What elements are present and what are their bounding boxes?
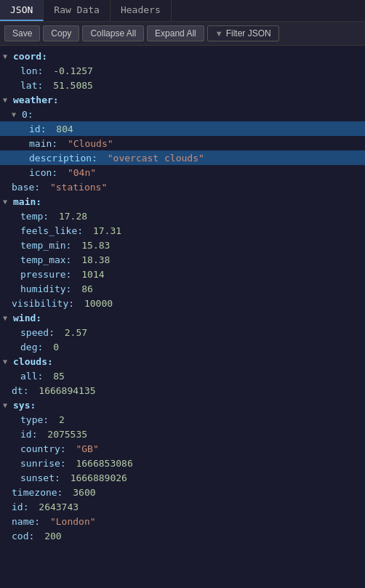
sys-type-value: 2: [59, 414, 65, 425]
feels-like-key: feels_like:: [20, 225, 83, 236]
weather-icon-row[interactable]: icon: "04n": [0, 165, 365, 180]
toolbar: Save Copy Collapse All Expand All ▼ Filt…: [0, 22, 365, 46]
sys-type-row[interactable]: type: 2: [0, 412, 365, 427]
dt-row[interactable]: dt: 1666894135: [0, 383, 365, 398]
weather-main-value: "Clouds": [68, 138, 113, 149]
timezone-value: 3600: [73, 487, 95, 498]
base-row[interactable]: base: "stations": [0, 180, 365, 194]
lat-row[interactable]: lat: 51.5085: [0, 78, 365, 92]
wind-deg-key: deg:: [20, 342, 43, 353]
dt-key: dt:: [12, 385, 28, 396]
sys-toggle[interactable]: ▼: [3, 401, 13, 409]
sys-sunset-row[interactable]: sunset: 1666889026: [0, 470, 365, 485]
humidity-row[interactable]: humidity: 86: [0, 281, 365, 296]
temp-min-row[interactable]: temp_min: 15.83: [0, 238, 365, 252]
main-key: main:: [13, 196, 41, 207]
weather-description-value: "overcast clouds": [108, 153, 204, 164]
name-row[interactable]: name: "London": [0, 514, 365, 528]
weather-0-row[interactable]: ▼ 0:: [0, 107, 365, 121]
base-key: base:: [12, 182, 40, 193]
timezone-row[interactable]: timezone: 3600: [0, 485, 365, 499]
pressure-value: 1014: [81, 269, 104, 280]
clouds-all-row[interactable]: all: 85: [0, 368, 365, 383]
coord-row[interactable]: ▼ coord:: [0, 49, 365, 63]
tab-headers[interactable]: Headers: [111, 0, 172, 21]
weather-description-row[interactable]: description: "overcast clouds": [0, 150, 365, 165]
name-value: "London": [50, 516, 96, 527]
filter-icon: ▼: [215, 29, 223, 38]
sys-country-value: "GB": [76, 443, 98, 454]
sys-sunset-key: sunset:: [20, 472, 60, 483]
visibility-key: visibility:: [12, 298, 74, 309]
clouds-toggle[interactable]: ▼: [3, 358, 13, 366]
wind-speed-row[interactable]: speed: 2.57: [0, 325, 365, 339]
json-tree: ▼ coord: lon: -0.1257 lat: 51.5085 ▼ wea…: [0, 46, 365, 546]
temp-key: temp:: [20, 211, 49, 222]
filter-json-button[interactable]: ▼ Filter JSON: [207, 25, 279, 41]
name-key: name:: [12, 516, 40, 527]
lon-row[interactable]: lon: -0.1257: [0, 63, 365, 78]
cod-key: cod:: [12, 531, 34, 541]
expand-all-button[interactable]: Expand All: [147, 25, 204, 41]
tab-json[interactable]: JSON: [0, 0, 44, 21]
sys-key: sys:: [13, 400, 36, 411]
tab-bar: JSON Raw Data Headers: [0, 0, 365, 22]
clouds-all-value: 85: [53, 371, 65, 382]
weather-main-row[interactable]: main: "Clouds": [0, 136, 365, 150]
wind-row[interactable]: ▼ wind:: [0, 310, 365, 325]
temp-max-row[interactable]: temp_max: 18.38: [0, 252, 365, 267]
temp-row[interactable]: temp: 17.28: [0, 209, 365, 223]
weather-icon-key: icon:: [29, 167, 57, 178]
pressure-row[interactable]: pressure: 1014: [0, 267, 365, 281]
wind-speed-key: speed:: [20, 327, 55, 338]
weather-row[interactable]: ▼ weather:: [0, 92, 365, 107]
id-value: 2643743: [39, 502, 79, 512]
sys-id-row[interactable]: id: 2075535: [0, 427, 365, 441]
wind-toggle[interactable]: ▼: [3, 314, 13, 322]
copy-button[interactable]: Copy: [43, 25, 79, 41]
lat-value: 51.5085: [53, 80, 93, 91]
clouds-row[interactable]: ▼ clouds:: [0, 354, 365, 368]
collapse-all-button[interactable]: Collapse All: [82, 25, 144, 41]
sys-id-value: 2075535: [47, 429, 87, 440]
wind-key: wind:: [13, 313, 41, 323]
weather-main-key: main:: [29, 138, 57, 149]
temp-max-value: 18.38: [81, 254, 110, 265]
sys-country-row[interactable]: country: "GB": [0, 441, 365, 456]
wind-deg-row[interactable]: deg: 0: [0, 339, 365, 354]
tab-raw-data[interactable]: Raw Data: [44, 0, 111, 21]
temp-min-value: 15.83: [81, 240, 110, 251]
visibility-row[interactable]: visibility: 10000: [0, 296, 365, 310]
sys-sunrise-key: sunrise:: [20, 458, 66, 469]
visibility-value: 10000: [84, 298, 113, 309]
coord-toggle[interactable]: ▼: [3, 52, 13, 60]
weather-description-key: description:: [29, 153, 97, 164]
temp-min-key: temp_min:: [20, 240, 71, 251]
base-value: "stations": [50, 182, 107, 193]
main-row[interactable]: ▼ main:: [0, 194, 365, 209]
sys-sunrise-value: 1666853086: [76, 458, 132, 469]
sys-sunrise-row[interactable]: sunrise: 1666853086: [0, 456, 365, 470]
timezone-key: timezone:: [12, 487, 63, 498]
humidity-value: 86: [81, 283, 93, 294]
cod-row[interactable]: cod: 200: [0, 528, 365, 543]
weather-toggle[interactable]: ▼: [3, 96, 13, 104]
pressure-key: pressure:: [20, 269, 71, 280]
sys-country-key: country:: [20, 443, 66, 454]
coord-key: coord:: [13, 51, 47, 62]
weather-0-key: 0:: [22, 109, 33, 120]
sys-row[interactable]: ▼ sys:: [0, 398, 365, 412]
feels-like-row[interactable]: feels_like: 17.31: [0, 223, 365, 238]
id-row[interactable]: id: 2643743: [0, 499, 365, 514]
weather-id-value: 804: [56, 124, 73, 134]
feels-like-value: 17.31: [93, 225, 121, 236]
weather-id-key: id:: [29, 124, 46, 134]
main-toggle[interactable]: ▼: [3, 198, 13, 206]
lon-key: lon:: [20, 65, 43, 76]
weather-id-row[interactable]: id: 804: [0, 121, 365, 136]
sys-id-key: id:: [20, 429, 37, 440]
clouds-all-key: all:: [20, 371, 43, 382]
wind-deg-value: 0: [53, 342, 59, 353]
save-button[interactable]: Save: [4, 25, 40, 41]
weather-0-toggle[interactable]: ▼: [12, 110, 22, 118]
